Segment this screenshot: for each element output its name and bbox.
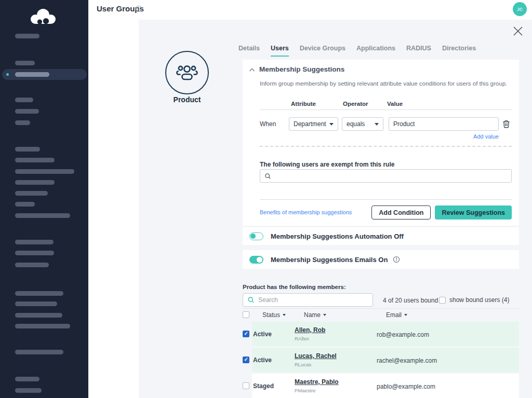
membership-suggestions-heading: Membership Suggestions xyxy=(259,65,344,73)
sidebar-item[interactable] xyxy=(15,240,54,244)
group-avatar xyxy=(165,51,209,94)
tab-bar: Details Users Device Groups Applications… xyxy=(238,45,476,57)
automation-toggle-label: Membership Suggestions Automation Off xyxy=(271,232,404,240)
member-email: rachel@example.com xyxy=(377,357,437,364)
emails-toggle-label: Membership Suggestions Emails On xyxy=(271,256,388,264)
sidebar-item[interactable] xyxy=(15,61,35,65)
sidebar-item-label xyxy=(15,72,49,77)
sort-caret-icon xyxy=(404,314,407,316)
column-header-name[interactable]: Name xyxy=(304,311,326,319)
benefits-link[interactable]: Benefits of membership suggestions xyxy=(260,209,352,215)
exempt-users-search[interactable] xyxy=(260,169,512,183)
sort-caret-icon xyxy=(323,314,326,316)
members-search-input[interactable] xyxy=(258,296,368,304)
member-status: Active xyxy=(253,356,272,364)
select-all-checkbox[interactable] xyxy=(243,311,249,318)
column-header-status[interactable]: Status xyxy=(262,311,286,319)
caret-down-icon xyxy=(375,123,379,126)
sidebar-item[interactable] xyxy=(15,388,42,393)
sidebar-item[interactable] xyxy=(15,180,55,185)
review-suggestions-button[interactable]: Review Suggestions xyxy=(435,205,512,219)
delete-condition-icon[interactable] xyxy=(502,119,511,129)
member-row-checkbox[interactable] xyxy=(243,331,249,337)
app-root: User Groups JC xyxy=(0,0,532,398)
sidebar-item[interactable] xyxy=(15,377,39,381)
sidebar-item[interactable] xyxy=(15,120,30,125)
group-detail-panel: Product Details Users Device Groups Appl… xyxy=(139,20,532,398)
condition-value-input[interactable] xyxy=(389,117,499,131)
sidebar-item[interactable] xyxy=(15,34,39,38)
top-header: User Groups JC xyxy=(88,0,532,20)
column-header-email[interactable]: Email xyxy=(386,311,407,319)
toggle-knob xyxy=(257,257,262,263)
when-label: When xyxy=(260,120,276,128)
close-icon[interactable] xyxy=(512,25,524,37)
sidebar-item[interactable] xyxy=(15,251,54,255)
sidebar-item[interactable] xyxy=(15,291,63,296)
attribute-select[interactable]: Department xyxy=(289,117,338,131)
selected-dot-icon xyxy=(6,73,9,76)
page-title-info-icon[interactable] xyxy=(135,5,142,12)
name-header-label: Name xyxy=(304,311,321,319)
member-row: Staged Maestre, Pablo PMaestre pablo@exa… xyxy=(243,374,519,398)
sidebar-item[interactable] xyxy=(15,147,40,152)
email-header-label: Email xyxy=(386,311,402,319)
membership-actions: Add Condition Review Suggestions xyxy=(371,205,512,219)
sidebar-item-selected[interactable] xyxy=(2,69,87,80)
dashed-divider xyxy=(260,146,512,147)
group-name: Product xyxy=(145,95,229,104)
member-email: pablo@example.com xyxy=(377,383,435,390)
column-header-value: Value xyxy=(387,101,403,107)
attribute-select-value: Department xyxy=(294,120,326,128)
column-header-operator: Operator xyxy=(343,101,368,107)
automation-toggle[interactable] xyxy=(249,232,263,240)
sidebar-item[interactable] xyxy=(15,202,35,207)
sidebar-item[interactable] xyxy=(15,313,62,318)
member-name-link[interactable]: Allen, Rob xyxy=(295,326,325,334)
automation-toggle-row: Membership Suggestions Automation Off xyxy=(243,227,519,245)
add-value-link[interactable]: Add value xyxy=(389,133,499,140)
sidebar-item[interactable] xyxy=(15,98,33,102)
members-search[interactable] xyxy=(243,293,373,307)
member-name-link[interactable]: Maestre, Pablo xyxy=(295,378,339,386)
tab-details[interactable]: Details xyxy=(238,45,260,57)
column-header-attribute: Attribute xyxy=(291,101,316,107)
caret-down-icon xyxy=(329,123,334,126)
show-bound-users-label: show bound users (4) xyxy=(449,296,509,304)
operator-select[interactable]: equals xyxy=(342,117,383,131)
member-row-checkbox[interactable] xyxy=(243,356,249,363)
tab-users[interactable]: Users xyxy=(271,45,289,57)
sidebar xyxy=(0,0,88,398)
emails-info-icon[interactable] xyxy=(393,256,400,263)
sidebar-item[interactable] xyxy=(15,324,70,328)
member-row-checkbox[interactable] xyxy=(243,382,249,389)
collapse-chevron-icon[interactable] xyxy=(248,66,256,74)
sidebar-item[interactable] xyxy=(15,109,39,114)
sidebar-item[interactable] xyxy=(15,158,55,162)
sidebar-item[interactable] xyxy=(15,213,70,218)
member-username: RLucas xyxy=(295,362,311,367)
tab-directories[interactable]: Directories xyxy=(442,45,476,57)
emails-toggle[interactable] xyxy=(249,256,263,264)
member-name-link[interactable]: Lucas, Rachel xyxy=(295,352,337,360)
column-header-divider xyxy=(260,109,512,110)
tab-applications[interactable]: Applications xyxy=(356,45,395,57)
show-bound-users-checkbox[interactable] xyxy=(439,297,446,304)
sidebar-item[interactable] xyxy=(15,263,49,267)
add-condition-button[interactable]: Add Condition xyxy=(371,205,431,219)
tab-device-groups[interactable]: Device Groups xyxy=(300,45,345,57)
sidebar-item[interactable] xyxy=(15,169,74,174)
tab-radius[interactable]: RADIUS xyxy=(406,45,431,57)
search-icon xyxy=(247,296,255,304)
user-avatar[interactable]: JC xyxy=(513,2,527,16)
sidebar-item[interactable] xyxy=(15,191,48,196)
members-table-header: Status Name Email xyxy=(243,308,519,321)
exempt-users-search-input[interactable] xyxy=(274,172,507,180)
sidebar-item[interactable] xyxy=(15,301,57,306)
show-bound-users-control: show bound users (4) xyxy=(439,296,509,304)
cloud-logo-icon xyxy=(26,6,60,26)
bound-users-summary: 4 of 20 users bound xyxy=(383,297,438,304)
member-username: RAllen xyxy=(295,336,309,341)
exempt-users-label: The following users are exempt from this… xyxy=(260,161,394,168)
sidebar-item[interactable] xyxy=(15,350,63,354)
